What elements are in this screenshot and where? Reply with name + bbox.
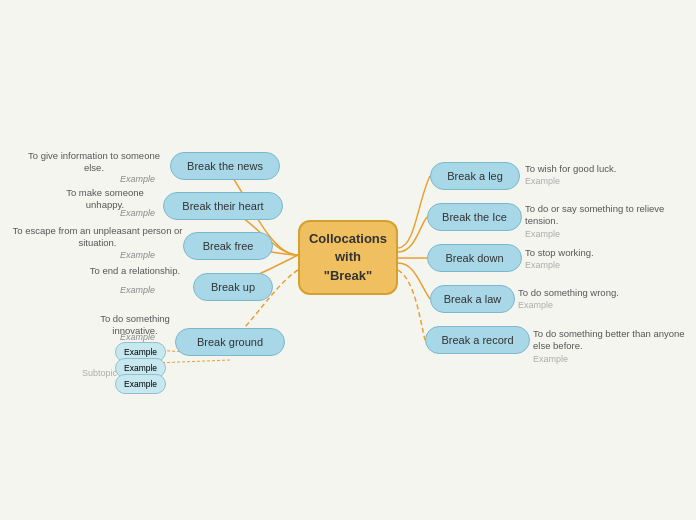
example-break-news: Example [120, 174, 155, 184]
desc-break-news: To give information to someone else. [20, 150, 168, 175]
desc-break-down: To stop working. Example [525, 247, 655, 272]
example-break-up: Example [120, 285, 155, 295]
node-break-free[interactable]: Break free [183, 232, 273, 260]
desc-break-record: To do something better than anyone else … [533, 328, 696, 365]
desc-break-ice: To do or say something to relieve tensio… [525, 203, 690, 240]
subtopic-3: Example [115, 374, 166, 394]
center-node: Collocations with "Break" [298, 220, 398, 295]
desc-break-free: To escape from an unpleasant person or s… [10, 225, 185, 250]
node-break-ground[interactable]: Break ground [175, 328, 285, 356]
node-break-heart[interactable]: Break their heart [163, 192, 283, 220]
node-break-record[interactable]: Break a record [425, 326, 530, 354]
node-break-leg[interactable]: Break a leg [430, 162, 520, 190]
example-break-free: Example [120, 250, 155, 260]
example-break-heart: Example [120, 208, 155, 218]
desc-break-up: To end a relationship. [80, 265, 190, 277]
desc-break-leg: To wish for good luck. Example [525, 163, 685, 188]
example-break-ground: Example [120, 332, 155, 342]
node-break-law[interactable]: Break a law [430, 285, 515, 313]
node-break-up[interactable]: Break up [193, 273, 273, 301]
subtopic-label: Subtopic [82, 368, 117, 378]
node-break-news[interactable]: Break the news [170, 152, 280, 180]
node-break-ice[interactable]: Break the Ice [427, 203, 522, 231]
svg-line-1 [155, 360, 230, 363]
node-break-down[interactable]: Break down [427, 244, 522, 272]
desc-break-law: To do something wrong. Example [518, 287, 668, 312]
center-label: Collocations with "Break" [309, 230, 387, 285]
